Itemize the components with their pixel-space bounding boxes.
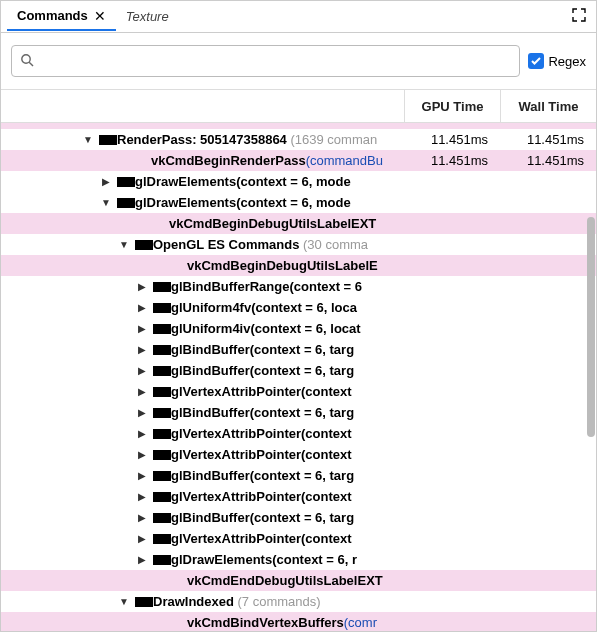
redacted-icon xyxy=(153,534,171,544)
svg-line-1 xyxy=(29,62,33,66)
row-name: ▶ glUniform4iv(context = 6, locat xyxy=(1,321,404,336)
row-name: ▶ glBindBuffer(context = 6, targ xyxy=(1,342,404,357)
row-name: ▶ glBindBuffer(context = 6, targ xyxy=(1,363,404,378)
tree-row[interactable]: ▶ glVertexAttribPointer(context xyxy=(1,423,596,444)
row-name: vkCmdBeginDebugUtilsLabelE xyxy=(1,258,404,273)
row-label: glUniform4iv(context = 6, locat xyxy=(171,321,361,336)
chevron-right-icon[interactable]: ▶ xyxy=(135,554,149,565)
column-wall-time[interactable]: Wall Time xyxy=(500,90,596,122)
fullscreen-icon[interactable] xyxy=(568,4,590,29)
tree-row[interactable]: ▶ glBindBuffer(context = 6, targ xyxy=(1,465,596,486)
chevron-right-icon[interactable]: ▶ xyxy=(135,281,149,292)
row-label: glDrawElements(context = 6, r xyxy=(171,552,357,567)
row-name: ▼ DrawIndexed (7 commands) xyxy=(1,594,404,609)
param-link[interactable]: (commandBu xyxy=(306,153,383,168)
tree-row[interactable]: ▶ glBindBuffer(context = 6, targ xyxy=(1,507,596,528)
redacted-icon xyxy=(153,471,171,481)
tree-row[interactable]: ▶ glVertexAttribPointer(context xyxy=(1,528,596,549)
tree-row[interactable]: ▶ glVertexAttribPointer(context xyxy=(1,486,596,507)
search-icon xyxy=(20,53,34,70)
chevron-right-icon[interactable]: ▶ xyxy=(135,323,149,334)
regex-label: Regex xyxy=(548,54,586,69)
regex-toggle[interactable]: Regex xyxy=(528,53,586,69)
tree-row[interactable]: ▶ glBindBufferRange(context = 6 xyxy=(1,276,596,297)
chevron-right-icon[interactable]: ▶ xyxy=(135,428,149,439)
row-name: vkCmdEndDebugUtilsLabelEXT xyxy=(1,573,404,588)
chevron-right-icon[interactable]: ▶ xyxy=(135,386,149,397)
row-label: vkCmdBindVertexBuffers(comr xyxy=(187,615,377,630)
chevron-right-icon[interactable]: ▶ xyxy=(135,512,149,523)
row-name: ▶ glVertexAttribPointer(context xyxy=(1,426,404,441)
row-name: ▶ glVertexAttribPointer(context xyxy=(1,531,404,546)
tree-row[interactable]: ▼ DrawIndexed (7 commands) xyxy=(1,591,596,612)
chevron-down-icon[interactable]: ▼ xyxy=(81,134,95,145)
tree-row[interactable]: ▶ glVertexAttribPointer(context xyxy=(1,381,596,402)
tree-row[interactable]: ▶ glDrawElements(context = 6, r xyxy=(1,549,596,570)
row-name: vkCmdBindVertexBuffers(comr xyxy=(1,615,404,630)
tab-commands[interactable]: Commands ✕ xyxy=(7,2,116,31)
chevron-right-icon[interactable]: ▶ xyxy=(135,470,149,481)
chevron-right-icon[interactable]: ▶ xyxy=(99,176,113,187)
tree-row[interactable]: ▶ glUniform4fv(context = 6, loca xyxy=(1,297,596,318)
row-label: glVertexAttribPointer(context xyxy=(171,426,352,441)
row-label: glBindBufferRange(context = 6 xyxy=(171,279,362,294)
row-label: glBindBuffer(context = 6, targ xyxy=(171,342,354,357)
tree-row[interactable]: ▶ glUniform4iv(context = 6, locat xyxy=(1,318,596,339)
tree-row[interactable]: vkCmdBeginRenderPass(commandBu11.451ms11… xyxy=(1,150,596,171)
chevron-right-icon[interactable]: ▶ xyxy=(135,491,149,502)
tree-row[interactable]: vkCmdBeginDebugUtilsLabelE xyxy=(1,255,596,276)
row-name: ▶ glBindBuffer(context = 6, targ xyxy=(1,510,404,525)
tree-row[interactable]: ▶ glBindBuffer(context = 6, targ xyxy=(1,402,596,423)
tree-row[interactable]: ▶ glBindBuffer(context = 6, targ xyxy=(1,360,596,381)
chevron-right-icon[interactable]: ▶ xyxy=(135,407,149,418)
redacted-icon xyxy=(153,513,171,523)
row-label: DrawIndexed (7 commands) xyxy=(153,594,321,609)
chevron-down-icon[interactable]: ▼ xyxy=(117,239,131,250)
tree-row[interactable]: ▼ OpenGL ES Commands (30 comma xyxy=(1,234,596,255)
row-label: vkCmdBeginDebugUtilsLabelEXT xyxy=(169,216,376,231)
tree-row[interactable]: ▼ glDrawElements(context = 6, mode xyxy=(1,192,596,213)
row-name: vkCmdBeginRenderPass(commandBu xyxy=(1,153,404,168)
tree-row[interactable]: ▶ glDrawElements(context = 6, mode xyxy=(1,171,596,192)
chevron-down-icon[interactable]: ▼ xyxy=(117,596,131,607)
tab-bar: Commands ✕ Texture xyxy=(1,1,596,33)
chevron-right-icon[interactable]: ▶ xyxy=(135,533,149,544)
tree-row[interactable]: vkCmdEndDebugUtilsLabelEXT xyxy=(1,570,596,591)
commands-panel: Commands ✕ Texture Regex GPU Time Wall T… xyxy=(0,0,597,632)
row-label: glBindBuffer(context = 6, targ xyxy=(171,405,354,420)
row-label: OpenGL ES Commands (30 comma xyxy=(153,237,368,252)
chevron-right-icon[interactable]: ▶ xyxy=(135,449,149,460)
tree-row[interactable]: ▶ glBindBuffer(context = 6, targ xyxy=(1,339,596,360)
chevron-down-icon[interactable]: ▼ xyxy=(99,197,113,208)
tree-row[interactable]: ▶ glVertexAttribPointer(context xyxy=(1,444,596,465)
redacted-icon xyxy=(153,450,171,460)
search-box[interactable] xyxy=(11,45,520,77)
tab-texture[interactable]: Texture xyxy=(116,3,179,30)
row-name: ▶ glVertexAttribPointer(context xyxy=(1,447,404,462)
wall-time: 11.451ms xyxy=(500,132,596,147)
param-link[interactable]: (comr xyxy=(344,615,377,630)
close-icon[interactable]: ✕ xyxy=(94,9,106,23)
row-name: ▶ glBindBuffer(context = 6, targ xyxy=(1,405,404,420)
gpu-time: 11.451ms xyxy=(404,132,500,147)
column-gpu-time[interactable]: GPU Time xyxy=(404,90,500,122)
scrollbar-thumb[interactable] xyxy=(587,217,595,437)
chevron-right-icon[interactable]: ▶ xyxy=(135,302,149,313)
search-input[interactable] xyxy=(40,54,511,69)
tree-row[interactable]: ▼ RenderPass: 505147358864 (1639 comman1… xyxy=(1,129,596,150)
row-name: ▶ glBindBufferRange(context = 6 xyxy=(1,279,404,294)
redacted-icon xyxy=(153,366,171,376)
table-header: GPU Time Wall Time xyxy=(1,89,596,123)
tree-body[interactable]: ▼ RenderPass: 505147358864 (1639 comman1… xyxy=(1,123,596,631)
chevron-right-icon[interactable]: ▶ xyxy=(135,365,149,376)
tab-commands-label: Commands xyxy=(17,8,88,23)
row-label: glDrawElements(context = 6, mode xyxy=(135,195,351,210)
redacted-icon xyxy=(153,324,171,334)
row-label: glUniform4fv(context = 6, loca xyxy=(171,300,357,315)
redacted-icon xyxy=(153,492,171,502)
tree-row[interactable]: vkCmdBindVertexBuffers(comr xyxy=(1,612,596,631)
redacted-icon xyxy=(135,597,153,607)
tree-row[interactable]: vkCmdBeginDebugUtilsLabelEXT xyxy=(1,213,596,234)
row-label: glBindBuffer(context = 6, targ xyxy=(171,468,354,483)
chevron-right-icon[interactable]: ▶ xyxy=(135,344,149,355)
